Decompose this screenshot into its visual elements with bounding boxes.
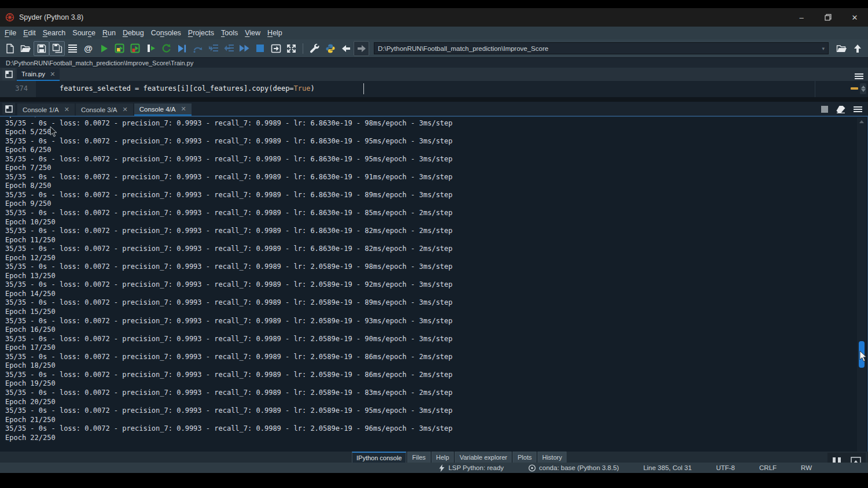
working-directory-input[interactable]: D:\PythonRUN\Football_match_prediction\I… [374,42,829,54]
console-line: Epoch 7/250 [5,164,453,173]
forward-icon[interactable] [354,41,369,56]
browse-tabs-icon[interactable] [2,68,15,80]
step-into-icon[interactable] [205,41,221,56]
new-file-icon[interactable] [2,41,18,56]
menu-consoles[interactable]: Consoles [151,29,186,37]
interrupt-kernel-icon[interactable] [821,106,828,113]
working-directory-value: D:\PythonRUN\Football_match_prediction\I… [378,45,549,52]
step-over-icon[interactable] [190,41,205,56]
console-line: Epoch 19/250 [5,379,453,389]
debug-file-icon[interactable] [174,41,190,56]
encoding-status: UTF-8 [716,464,735,471]
console-line: 35/35 - 0s - loss: 0.0072 - precision_7:… [5,335,453,344]
continue-icon[interactable] [237,41,252,56]
menu-debug[interactable]: Debug [123,29,149,37]
open-directory-icon[interactable] [834,41,849,56]
tab-label: Console 3/A [81,106,117,113]
tab-files[interactable]: Files [407,452,430,463]
menu-tools[interactable]: Tools [221,29,243,37]
back-icon[interactable] [338,41,354,56]
tab-plots[interactable]: Plots [513,452,536,463]
run-cell-icon[interactable] [112,41,127,56]
scrollbar-thumb[interactable] [859,341,865,368]
lsp-status: LSP Python: ready [439,464,504,472]
menu-file[interactable]: File [5,29,21,37]
save-all-icon[interactable] [49,41,65,56]
close-tab-icon[interactable]: ✕ [50,71,55,78]
tab-help[interactable]: Help [432,452,454,463]
run-file-icon[interactable] [96,41,112,56]
console-tab-bar: Console 1/A✕Console 3/A✕Console 4/A✕ [0,102,868,116]
console-log: Epoch 4/25035/35 - 0s - loss: 0.0072 - p… [5,117,453,442]
eraser-icon[interactable] [836,105,846,113]
tab-ipython-console[interactable]: IPython console [352,452,406,463]
line-number: 374 [15,84,28,93]
console-line: Epoch 9/250 [5,199,453,209]
spyder-window: Spyder (Python 3.8) – ✕ FileEditSearchSo… [0,0,868,488]
tab-console-4-a[interactable]: Console 4/A✕ [134,103,192,116]
spyder-logo-icon [5,13,14,22]
tab-label: Train.py [21,71,45,77]
scroll-flag-icon[interactable] [860,83,866,94]
console-line: Epoch 10/250 [5,218,453,227]
console-line: 35/35 - 0s - loss: 0.0072 - precision_7:… [5,173,453,182]
tab-console-3-a[interactable]: Console 3/A✕ [76,103,133,116]
editor-options-menu-icon[interactable] [855,73,863,79]
tab-train-py[interactable]: Train.py ✕ [17,68,60,81]
restore-button[interactable] [815,8,841,27]
console-line: 35/35 - 0s - loss: 0.0072 - precision_7:… [5,227,453,236]
console-line: 35/35 - 0s - loss: 0.0072 - precision_7:… [5,191,453,200]
menu-help[interactable]: Help [267,29,288,37]
plugin-tab-bar: IPython consoleFilesHelpVariable explore… [0,452,868,463]
pane-splitter[interactable] [0,97,868,102]
browse-tabs-icon[interactable] [2,103,15,114]
minimize-button[interactable]: – [788,8,815,27]
preferences-wrench-icon[interactable] [307,41,322,56]
menu-edit[interactable]: Edit [23,29,41,37]
console-scrollbar[interactable] [857,118,866,452]
stop-icon[interactable] [252,41,268,56]
tab-label: Console 4/A [139,106,176,113]
run-selection-icon[interactable] [143,41,159,56]
permissions-status: RW [801,464,812,471]
close-tab-icon[interactable]: ✕ [123,106,128,113]
console-line: Epoch 21/250 [5,416,453,425]
menu-projects[interactable]: Projects [188,29,219,37]
menu-view[interactable]: View [245,29,266,37]
symbol-finder-icon[interactable]: @ [80,41,96,56]
parent-directory-icon[interactable] [849,41,865,56]
python-path-icon[interactable] [322,41,338,56]
maximize-pane-icon[interactable] [284,41,299,56]
save-icon[interactable] [34,41,49,56]
file-switcher-icon[interactable] [65,41,80,56]
scroll-up-icon[interactable] [859,120,864,123]
cursor-position-status: Line 385, Col 31 [643,464,692,471]
menu-search[interactable]: Search [43,29,71,37]
menu-run[interactable]: Run [102,29,121,37]
console-line: 35/35 - 0s - loss: 0.0072 - precision_7:… [5,389,453,398]
conda-env-status[interactable]: conda: base (Python 3.8.5) [528,464,619,472]
tab-history[interactable]: History [538,452,567,463]
editor-tab-bar: Train.py ✕ [0,68,868,81]
console-options-menu-icon[interactable] [854,106,862,112]
step-return-icon[interactable] [221,41,237,56]
console-line: 35/35 - 0s - loss: 0.0072 - precision_7:… [5,209,453,218]
rerun-cell-icon[interactable] [159,41,174,56]
run-to-line-icon[interactable] [268,41,284,56]
menu-source[interactable]: Source [72,29,101,37]
chevron-down-icon[interactable]: ▾ [822,46,825,51]
console-line: Epoch 15/250 [5,308,453,317]
console-line: 35/35 - 0s - loss: 0.0072 - precision_7:… [5,119,453,128]
tab-console-1-a[interactable]: Console 1/A✕ [17,103,75,116]
close-button[interactable]: ✕ [841,8,868,27]
close-tab-icon[interactable]: ✕ [64,106,69,113]
editor-content[interactable]: 374 features_selected = features[i][col_… [0,81,868,97]
console-output[interactable]: Epoch 4/25035/35 - 0s - loss: 0.0072 - p… [0,116,868,452]
run-cell-advance-icon[interactable] [127,41,143,56]
window-title: Spyder (Python 3.8) [19,13,83,21]
close-tab-icon[interactable]: ✕ [181,105,186,113]
menu-bar: FileEditSearchSourceRunDebugConsolesProj… [0,27,868,39]
tab-variable-explorer[interactable]: Variable explorer [455,452,512,463]
open-file-icon[interactable] [18,41,34,56]
console-line: Epoch 11/250 [5,236,453,245]
